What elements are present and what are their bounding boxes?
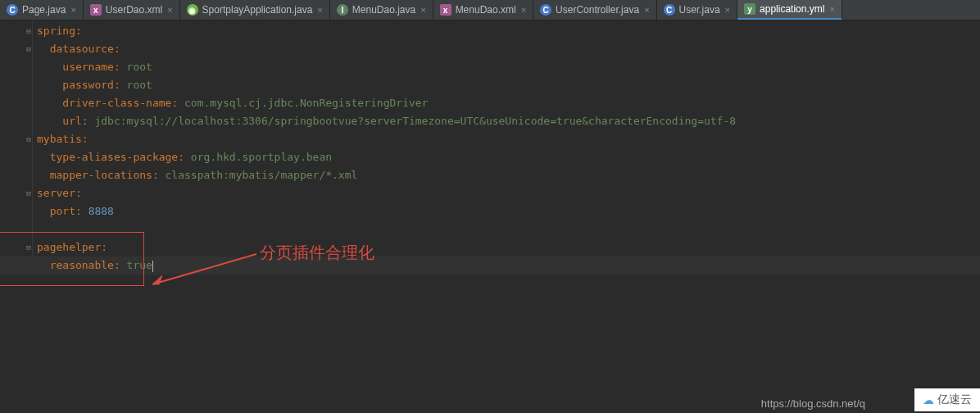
java-icon: C <box>664 4 675 16</box>
tab-MenuDao-java[interactable]: IMenuDao.java× <box>330 0 433 20</box>
close-icon[interactable]: × <box>644 5 649 15</box>
tab-label: SportplayApplication.java <box>202 4 313 16</box>
fold-icon[interactable]: ⊟ <box>25 130 33 148</box>
tab-application-yml[interactable]: yapplication.yml× <box>737 0 842 20</box>
code-line: datasource: <box>37 40 980 58</box>
svg-line-0 <box>152 254 256 284</box>
code-editor[interactable]: spring: datasource: username: root passw… <box>0 20 980 275</box>
tab-label: application.yml <box>760 3 824 15</box>
watermark-brand: ☁ 亿速云 <box>914 388 980 411</box>
code-line: type-aliases-package: org.hkd.sportplay.… <box>37 148 980 166</box>
tab-SportplayApplication-java[interactable]: ◉SportplayApplication.java× <box>180 0 330 20</box>
watermark-url: https://blog.csdn.net/q <box>761 397 865 410</box>
code-line: spring: <box>37 22 980 40</box>
close-icon[interactable]: × <box>829 4 834 14</box>
close-icon[interactable]: × <box>70 5 75 15</box>
code-line: username: root <box>37 58 980 76</box>
tab-UserDao-xml[interactable]: xUserDao.xml× <box>84 0 180 20</box>
code-line: server: <box>37 184 980 202</box>
tab-label: Page.java <box>22 4 66 16</box>
tab-label: User.java <box>679 4 720 16</box>
close-icon[interactable]: × <box>317 5 322 15</box>
annotation-text: 分页插件合理化 <box>260 243 374 261</box>
code-line <box>37 220 980 238</box>
code-line: driver-class-name: com.mysql.cj.jdbc.Non… <box>37 94 980 112</box>
spring-icon: ◉ <box>187 4 198 16</box>
tab-UserController-java[interactable]: CUserController.java× <box>533 0 656 20</box>
code-line: mybatis: <box>37 130 980 148</box>
yml-icon: y <box>744 3 755 15</box>
tab-Page-java[interactable]: CPage.java× <box>0 0 84 20</box>
tab-MenuDao-xml[interactable]: xMenuDao.xml× <box>433 0 533 20</box>
annotation-arrow <box>146 250 261 291</box>
code-line: url: jdbc:mysql://localhost:3306/springb… <box>37 112 980 130</box>
interface-icon: I <box>337 4 348 16</box>
close-icon[interactable]: × <box>725 5 730 15</box>
tab-User-java[interactable]: CUser.java× <box>657 0 737 20</box>
java-icon: C <box>540 4 551 16</box>
close-icon[interactable]: × <box>167 5 172 15</box>
xml-icon: x <box>90 4 102 16</box>
fold-icon[interactable]: ⊟ <box>25 238 33 256</box>
fold-icon[interactable]: ⊟ <box>25 22 33 40</box>
close-icon[interactable]: × <box>521 5 526 15</box>
tab-label: MenuDao.java <box>352 4 415 16</box>
tab-label: MenuDao.xml <box>456 4 516 16</box>
fold-icon[interactable]: ⊟ <box>25 40 33 58</box>
cloud-icon: ☁ <box>923 393 934 406</box>
java-icon: C <box>7 4 18 16</box>
code-line: password: root <box>37 76 980 94</box>
svg-marker-1 <box>152 275 162 284</box>
editor-tabs: CPage.java×xUserDao.xml×◉SportplayApplic… <box>0 0 980 20</box>
code-line: mapper-locations: classpath:mybatis/mapp… <box>37 166 980 184</box>
code-line: port: 8888 <box>37 202 980 220</box>
close-icon[interactable]: × <box>420 5 425 15</box>
fold-icon[interactable]: ⊟ <box>25 184 33 202</box>
tab-label: UserController.java <box>556 4 639 16</box>
tab-label: UserDao.xml <box>106 4 162 16</box>
xml-icon: x <box>440 4 451 16</box>
